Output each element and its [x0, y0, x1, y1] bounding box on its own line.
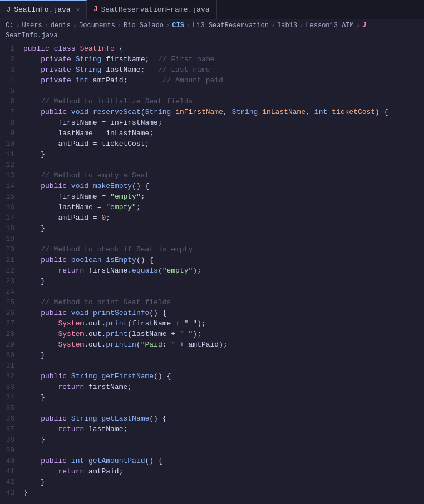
code-line: 3 private String lastName; // Last name [0, 65, 424, 75]
code-line: 20 // Method to check if Seat is empty [0, 244, 424, 255]
code-editor: 1 public class SeatInfo { 2 private Stri… [0, 42, 424, 498]
bc-lab13: lab13 [277, 22, 297, 29]
tab-seatinfo-label: SeatInfo.java [14, 6, 70, 14]
code-line: 8 firstName = inFirstName; [0, 117, 424, 128]
code-line: 14 public void makeEmpty() { [0, 181, 424, 191]
code-line: 25 // Method to print Seat fields [0, 297, 424, 308]
code-line: 34 } [0, 392, 424, 403]
code-line: 19 [0, 234, 424, 244]
bc-documents: Documents [79, 22, 115, 29]
code-line: 41 return amtPaid; [0, 466, 424, 477]
code-line: 39 [0, 445, 424, 456]
java-file-icon-2: J [93, 6, 97, 13]
bc-cis: CIS [172, 22, 184, 29]
code-line: 31 [0, 360, 424, 371]
code-line: 43 } [0, 487, 424, 498]
code-line: 36 public String getLastName() { [0, 413, 424, 424]
bc-users: Users [22, 22, 42, 29]
code-line: 22 return firstName.equals("empty"); [0, 265, 424, 276]
code-line: 24 [0, 286, 424, 297]
code-line: 21 public boolean isEmpty() { [0, 255, 424, 265]
breadcrumb: C: › Users › denis › Documents › Rio Sal… [0, 19, 424, 42]
code-line: 40 public int getAmountPaid() { [0, 456, 424, 466]
code-line: 2 private String firstName; // First nam… [0, 54, 424, 65]
tab-seatreservation-label: SeatReservationFrame.java [101, 6, 209, 14]
code-line: 30 } [0, 350, 424, 360]
code-line: 6 // Method to initialize Seat fields [0, 96, 424, 107]
code-line: 9 lastName = inLastName; [0, 128, 424, 139]
bc-denis: denis [51, 22, 71, 29]
code-line: 5 [0, 86, 424, 96]
bc-filename: SeatInfo.java [6, 32, 58, 39]
code-line: 27 System.out.print(firstName + " "); [0, 318, 424, 329]
code-line: 13 // Method to empty a Seat [0, 170, 424, 181]
tab-seatreservation[interactable]: J SeatReservationFrame.java [87, 0, 216, 19]
code-line: 4 private int amtPaid; // Amount paid [0, 75, 424, 86]
bc-c: C: [6, 22, 13, 29]
code-line: 37 return lastName; [0, 424, 424, 434]
code-lines[interactable]: 1 public class SeatInfo { 2 private Stri… [0, 42, 424, 498]
code-line: 32 public String getFirstName() { [0, 371, 424, 382]
code-line: 33 return firstName; [0, 382, 424, 392]
java-file-icon: J [7, 6, 11, 14]
code-line: 23 } [0, 276, 424, 286]
bc-l13: L13_SeatReservation [193, 22, 269, 29]
code-line: 28 System.out.print(lastName + " "); [0, 329, 424, 339]
code-line: 18 } [0, 223, 424, 234]
code-line: 29 System.out.println("Paid: " + amtPaid… [0, 339, 424, 350]
code-line: 38 } [0, 434, 424, 445]
code-line: 10 amtPaid = ticketCost; [0, 139, 424, 149]
code-line: 12 [0, 160, 424, 170]
code-line: 16 lastName = "empty"; [0, 202, 424, 213]
code-line: 1 public class SeatInfo { [0, 43, 424, 54]
code-line: 15 firstName = "empty"; [0, 191, 424, 202]
code-line: 26 public void printSeatInfo() { [0, 308, 424, 318]
tab-bar: J SeatInfo.java ✕ J SeatReservationFrame… [0, 0, 424, 19]
bc-riosalado: Rio Salado [124, 22, 164, 29]
code-line: 42 } [0, 477, 424, 487]
tab-seatinfo[interactable]: J SeatInfo.java ✕ [0, 0, 87, 19]
tab-seatinfo-close[interactable]: ✕ [76, 6, 80, 13]
bc-file-icon: J [362, 22, 366, 29]
code-line: 17 amtPaid = 0; [0, 213, 424, 223]
code-line: 11 } [0, 149, 424, 160]
code-line: 7 public void reserveSeat(String inFirst… [0, 107, 424, 117]
bc-lesson13: Lesson13_ATM [305, 22, 353, 29]
code-line: 35 [0, 403, 424, 413]
